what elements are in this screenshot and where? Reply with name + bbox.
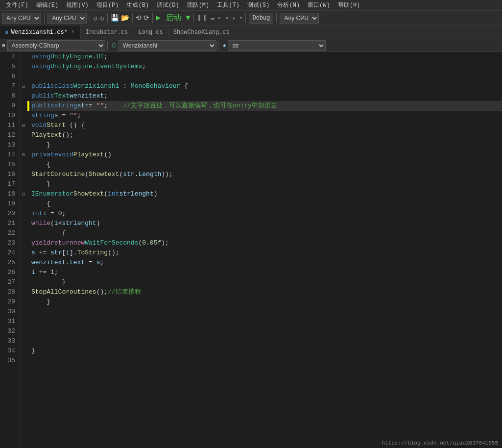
debug-select[interactable]: Debug — [249, 13, 273, 24]
menu-project[interactable]: 项目(P) — [93, 0, 123, 10]
gutter-line-23 — [20, 238, 27, 248]
gutter-line-18[interactable]: ⊟ — [20, 189, 27, 199]
collapse-btn[interactable]: ⊟ — [22, 191, 25, 197]
code-line-15[interactable]: { — [31, 160, 502, 170]
collapse-btn[interactable]: ⊟ — [22, 83, 25, 89]
save-icon[interactable]: 💾 — [111, 14, 119, 22]
collapse-btn[interactable]: ⊟ — [22, 123, 25, 128]
code-line-10[interactable]: string s = ""; — [31, 111, 502, 121]
redo2-icon[interactable]: ⟳ — [143, 14, 149, 22]
code-line-34[interactable]: } — [31, 346, 502, 356]
code-line-6[interactable] — [31, 72, 502, 81]
code-area[interactable]: using UnityEngine.UI;using UnityEngine.E… — [29, 52, 502, 448]
code-line-32[interactable] — [31, 326, 502, 336]
line-number-32: 32 — [2, 326, 15, 336]
gutter-line-24 — [20, 248, 27, 258]
line-number-13: 13 — [2, 140, 15, 150]
code-line-9[interactable]: public string str= ""; //文字放置处，可以直接编写，也可… — [31, 101, 502, 111]
code-line-11[interactable]: void Start () { — [31, 121, 502, 130]
tab-close-wenzixianshi[interactable]: × — [71, 29, 75, 35]
code-line-20[interactable]: int i = 0; — [31, 209, 502, 219]
assembly-select[interactable]: Assembly-CSharp — [7, 40, 105, 51]
tab-incubator[interactable]: Incubator.cs — [81, 25, 133, 39]
menu-build[interactable]: 生成(B) — [122, 0, 153, 10]
code-line-33[interactable] — [31, 336, 502, 346]
code-line-14[interactable]: private void Playtext() — [31, 150, 502, 160]
gutter-line-21 — [20, 219, 27, 228]
menu-tools[interactable]: 工具(T) — [213, 0, 243, 10]
menu-edit[interactable]: 编辑(E) — [32, 0, 63, 10]
gutter-line-12 — [20, 130, 27, 140]
gutter-line-15 — [20, 160, 27, 170]
line-number-16: 16 — [2, 170, 15, 179]
menu-test[interactable]: 测试(S) — [243, 0, 274, 10]
cpu3-select[interactable]: Any CPU — [280, 13, 319, 24]
line-number-17: 17 — [2, 179, 15, 189]
code-line-19[interactable]: { — [31, 199, 502, 209]
member-select[interactable]: str — [228, 40, 326, 51]
code-line-4[interactable]: using UnityEngine.UI; — [31, 52, 502, 62]
code-line-28[interactable]: StopAllCoroutines();//结束携程 — [31, 287, 502, 297]
code-line-30[interactable] — [31, 307, 502, 317]
code-line-27[interactable]: } — [31, 277, 502, 287]
tab-long[interactable]: Long.cs — [133, 25, 168, 39]
cpu1-select[interactable]: Any CPU — [2, 13, 41, 24]
undo-icon[interactable]: ↺ — [93, 13, 98, 23]
gutter-line-7[interactable]: ⊟ — [20, 81, 27, 91]
code-line-7[interactable]: public class Wenzixianshi : MonoBehaviou… — [31, 81, 502, 91]
code-line-17[interactable]: } — [31, 179, 502, 189]
code-line-31[interactable] — [31, 317, 502, 326]
status-url: https://blog.csdn.net/qiao2037641855 — [382, 440, 498, 446]
tab-wenzixianshi[interactable]: ⊞ Wenzixianshi.cs* × — [0, 25, 81, 39]
line-number-20: 20 — [2, 209, 15, 219]
code-line-25[interactable]: wenzitext.text = s; — [31, 258, 502, 268]
line-number-9: 9 — [2, 101, 15, 111]
line-number-23: 23 — [2, 238, 15, 248]
gutter-line-14[interactable]: ⊟ — [20, 150, 27, 160]
menu-debug[interactable]: 调试(D) — [153, 0, 183, 10]
gutter-line-32 — [20, 326, 27, 336]
code-line-13[interactable]: } — [31, 140, 502, 150]
code-line-18[interactable]: IEnumerator Showtext(int strlenght) — [31, 189, 502, 199]
line-number-27: 27 — [2, 277, 15, 287]
code-line-12[interactable]: Playtext(); — [31, 130, 502, 140]
redo-icon[interactable]: ↻ — [100, 13, 105, 23]
cpu2-select[interactable]: Any CPU — [48, 13, 87, 24]
menu-help[interactable]: 帮助(H) — [334, 0, 364, 10]
tab-showchaoxiang[interactable]: ShowChaoXiang.cs — [168, 25, 235, 39]
menu-analyze[interactable]: 分析(N) — [273, 0, 304, 10]
collapse-btn[interactable]: ⊟ — [22, 152, 25, 158]
class-select[interactable]: Wenzixianshi — [119, 40, 216, 51]
run-button[interactable]: ▶ 启动 ▼ — [156, 13, 190, 23]
code-line-29[interactable]: } — [31, 297, 502, 307]
menu-file[interactable]: 文件(F) — [2, 0, 32, 10]
tab-icon-wenzixianshi: ⊞ — [5, 29, 8, 35]
menu-window[interactable]: 窗口(W) — [304, 0, 334, 10]
line-number-28: 28 — [2, 287, 15, 297]
undo2-icon[interactable]: ⟲ — [136, 14, 142, 22]
toolbar-icons: ▐ ▌ ▬ ▸ ◂ ▴ ▾ — [197, 14, 243, 22]
tab-label-showchaoxiang: ShowChaoXiang.cs — [173, 29, 230, 36]
line-number-22: 22 — [2, 228, 15, 238]
gutter-line-22 — [20, 228, 27, 238]
code-line-22[interactable]: { — [31, 228, 502, 238]
code-line-16[interactable]: StartCoroutine(Showtext(str.Length)); — [31, 170, 502, 179]
code-line-5[interactable]: using UnityEngine.EventSystems; — [31, 62, 502, 72]
menu-team[interactable]: 团队(M) — [183, 0, 214, 10]
gutter-line-11[interactable]: ⊟ — [20, 121, 27, 130]
gutter-line-20 — [20, 209, 27, 219]
open-icon[interactable]: 📂 — [121, 14, 129, 22]
code-line-23[interactable]: yield return new WaitForSeconds(0.05f); — [31, 238, 502, 248]
menu-view[interactable]: 视图(V) — [62, 0, 93, 10]
toolbar-sep1 — [44, 13, 45, 23]
line-number-4: 4 — [2, 52, 15, 62]
code-line-8[interactable]: public Text wenzitext; — [31, 91, 502, 101]
toolbar-sep3 — [107, 13, 108, 23]
code-line-26[interactable]: i += 1; — [31, 268, 502, 277]
gutter-line-8 — [20, 91, 27, 101]
toolbar: Any CPU Any CPU ↺ ↻ 💾 📂 ⟲ ⟳ ▶ 启动 ▼ ▐ ▌ ▬… — [0, 11, 502, 25]
code-line-35[interactable] — [31, 356, 502, 366]
code-line-21[interactable]: while(i<strlenght) — [31, 219, 502, 228]
code-line-24[interactable]: s += str[i].ToString(); — [31, 248, 502, 258]
gutter-line-28 — [20, 287, 27, 297]
